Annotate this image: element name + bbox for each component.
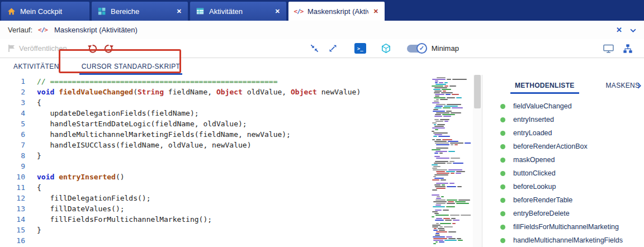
tab-label: Mein Cockpit: [20, 7, 84, 16]
panel-tab-1[interactable]: METHODENLISTE: [510, 82, 579, 94]
code-line[interactable]: 16: [0, 235, 427, 246]
code-line[interactable]: 4 updateDelegationFields(fieldName);: [0, 108, 427, 118]
minimap-line: [432, 84, 471, 85]
minimap-line: [432, 96, 471, 97]
code-line[interactable]: 6 handleMultichannelMarketingFields(fiel…: [0, 129, 427, 140]
redo-icon[interactable]: [103, 44, 114, 53]
line-number: 2: [0, 87, 25, 97]
chevron-right-icon[interactable]: [637, 83, 641, 89]
expand-icon[interactable]: [328, 44, 338, 53]
top-tab-4[interactable]: </>Maskenskript (Aktivit...✕: [288, 2, 385, 21]
scrollbar-thumb[interactable]: [474, 75, 481, 108]
editor-tab-2[interactable]: CURSOR STANDARD-SKRIPT: [79, 63, 183, 75]
code-line[interactable]: 1// ====================================…: [0, 76, 427, 87]
method-list-item[interactable]: entryBeforeDelete: [482, 207, 644, 220]
top-tab-1[interactable]: Mein Cockpit: [1, 2, 89, 21]
minimap-line-segment: [435, 151, 447, 152]
code-line[interactable]: 11{: [0, 182, 427, 193]
minimap-line: [432, 178, 471, 179]
minimap-line: [432, 205, 471, 206]
minimap-line-segment: [433, 230, 437, 231]
minimap-line: [432, 173, 471, 174]
minimap-line-segment: [436, 148, 449, 149]
publish-flag-icon: [8, 44, 16, 53]
code-editor[interactable]: 1// ====================================…: [0, 75, 427, 247]
editor-tab-1[interactable]: AKTIVITÄTEN: [11, 63, 61, 75]
code-line-text: }: [25, 225, 41, 235]
minimap[interactable]: [427, 75, 473, 247]
terminal-icon[interactable]: >_: [354, 43, 366, 54]
code-line[interactable]: 14 fillFieldsForMultichannelMarketing();: [0, 214, 427, 225]
method-list-item[interactable]: fillFieldsForMultichannelMarketing: [482, 220, 644, 234]
method-list-item[interactable]: entryInserted: [482, 113, 644, 126]
minimap-line-segment: [451, 173, 454, 174]
method-status-dot: [500, 144, 505, 149]
line-number: 9: [0, 161, 25, 172]
minimap-toggle[interactable]: ✓: [407, 45, 426, 53]
minimap-line-segment: [443, 91, 446, 92]
minimap-line: [432, 106, 471, 107]
minimap-line: [432, 218, 471, 219]
minimap-line-segment: [443, 218, 450, 219]
minimap-line-segment: [435, 210, 442, 211]
undo-icon[interactable]: [87, 44, 98, 53]
minimap-line: [432, 127, 471, 129]
history-item[interactable]: Maskenskript (Aktivitäten): [54, 26, 138, 34]
top-tab-2[interactable]: Bereiche✕: [92, 2, 188, 21]
minimap-line-segment: [449, 183, 454, 184]
method-list-item[interactable]: handleMultichannelMarketingFields: [482, 234, 644, 247]
minimap-line: [432, 183, 471, 184]
tab-close-icon[interactable]: ✕: [373, 8, 379, 15]
minimap-line-segment: [437, 77, 446, 78]
code-line[interactable]: 7 handleISUCClass(fieldName, oldValue, n…: [0, 140, 427, 150]
method-list-item[interactable]: beforeRenderActionBox: [482, 140, 644, 153]
minimap-line: [432, 235, 471, 236]
minimap-line-segment: [440, 119, 449, 120]
publish-button[interactable]: Veröffentlichen: [8, 44, 67, 53]
minimap-line: [432, 215, 471, 216]
collapse-icon[interactable]: [310, 44, 319, 53]
method-list-item[interactable]: buttonClicked: [482, 167, 644, 180]
code-line[interactable]: 3{: [0, 97, 427, 108]
minimap-line: [432, 91, 471, 92]
method-list-item[interactable]: fieldValueChanged: [482, 99, 644, 113]
code-line[interactable]: 12 fillDelegationFields();: [0, 193, 427, 203]
minimap-line-segment: [444, 86, 448, 87]
method-list-item[interactable]: beforeLookup: [482, 180, 644, 193]
close-icon[interactable]: ✕: [616, 26, 622, 34]
minimap-line-segment: [433, 169, 447, 170]
minimap-line-segment: [432, 194, 439, 196]
code-line[interactable]: 8}: [0, 150, 427, 161]
minimap-line-segment: [434, 174, 448, 175]
minimap-line: [432, 149, 471, 150]
code-line[interactable]: 9: [0, 161, 427, 172]
code-line[interactable]: 10void entryInserted(): [0, 172, 427, 182]
line-number: 5: [0, 118, 25, 129]
chevron-down-icon[interactable]: [630, 26, 636, 34]
minimap-line-segment: [439, 241, 444, 243]
code-line[interactable]: 13 fillDateValues();: [0, 203, 427, 214]
code-line[interactable]: 5 handleStartEndDateLogic(fieldName, old…: [0, 118, 427, 129]
structure-icon[interactable]: [623, 44, 633, 54]
home-icon: [7, 7, 16, 16]
console-icon[interactable]: [603, 44, 614, 53]
minimap-line: [432, 163, 471, 164]
scrollbar[interactable]: [473, 75, 482, 247]
method-name: entryInserted: [513, 116, 554, 124]
top-tab-3[interactable]: Aktivitäten✕: [190, 2, 286, 21]
method-status-dot: [500, 158, 505, 163]
code-line[interactable]: 2void fieldValueChanged(String fieldName…: [0, 87, 427, 97]
tab-close-icon[interactable]: ✕: [176, 8, 182, 15]
minimap-line-segment: [434, 92, 439, 93]
method-list-item[interactable]: beforeRenderTable: [482, 193, 644, 207]
cube-icon[interactable]: [381, 43, 391, 54]
minimap-line-segment: [446, 171, 455, 172]
method-list-item[interactable]: entryLoaded: [482, 126, 644, 140]
minimap-line: [432, 198, 471, 199]
code-line-text: updateDelegationFields(fieldName);: [25, 108, 199, 118]
minimap-line: [432, 211, 471, 212]
code-line[interactable]: 15}: [0, 225, 427, 235]
method-list-item[interactable]: maskOpened: [482, 153, 644, 167]
minimap-line-segment: [453, 220, 460, 221]
tab-close-icon[interactable]: ✕: [274, 8, 281, 15]
